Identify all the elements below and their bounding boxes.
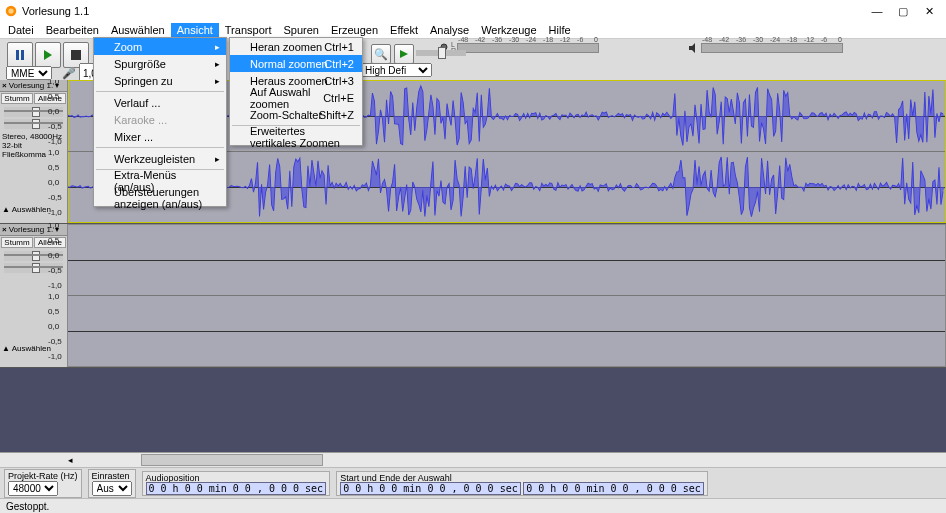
amplitude-tick: 0,5 bbox=[48, 307, 59, 316]
menu-bearbeiten[interactable]: Bearbeiten bbox=[40, 23, 105, 37]
close-button[interactable]: ✕ bbox=[916, 5, 942, 18]
track-2: ×Vorlesung 1.▾ StummAlleine ▲ Auswählen … bbox=[0, 224, 946, 368]
amplitude-tick: -1,0 bbox=[48, 352, 62, 361]
play-at-speed-button[interactable] bbox=[394, 44, 414, 64]
menu-item[interactable]: Auf Auswahl zoomenCtrl+E bbox=[230, 89, 362, 106]
amplitude-tick: -0,5 bbox=[48, 337, 62, 346]
amplitude-tick: -0,5 bbox=[48, 122, 62, 131]
snap-combo[interactable]: Aus bbox=[92, 481, 132, 496]
menu-item[interactable]: Heran zoomenCtrl+1 bbox=[230, 38, 362, 55]
host-combo[interactable]: MME bbox=[6, 66, 52, 80]
zoom-in-icon[interactable]: 🔍 bbox=[371, 44, 391, 64]
mute-button[interactable]: Stumm bbox=[1, 237, 33, 248]
menu-analyse[interactable]: Analyse bbox=[424, 23, 475, 37]
amplitude-tick: -1,0 bbox=[48, 137, 62, 146]
view-menu-dropdown: Zoom▸Spurgröße▸Springen zu▸Verlauf ...Ka… bbox=[93, 37, 227, 207]
menu-auswählen[interactable]: Auswählen bbox=[105, 23, 171, 37]
amplitude-tick: -0,5 bbox=[48, 266, 62, 275]
svg-marker-4 bbox=[44, 50, 52, 60]
speaker-icon bbox=[688, 42, 700, 54]
playback-speed-slider[interactable] bbox=[416, 50, 466, 56]
status-text: Gestoppt. bbox=[6, 501, 49, 512]
svg-rect-3 bbox=[21, 50, 24, 60]
svg-marker-9 bbox=[400, 50, 408, 58]
menu-item[interactable]: Mixer ... bbox=[94, 128, 226, 145]
audio-position-value[interactable]: 0 0 h 0 0 min 0 0 , 0 0 0 sec bbox=[146, 482, 327, 495]
menu-effekt[interactable]: Effekt bbox=[384, 23, 424, 37]
menu-item[interactable]: Zoom▸ bbox=[94, 38, 226, 55]
amplitude-tick: 0,0 bbox=[48, 322, 59, 331]
track-1-name: Vorlesung 1. bbox=[9, 81, 53, 90]
project-rate-combo[interactable]: 48000 bbox=[8, 481, 58, 496]
project-rate-label: Projekt-Rate (Hz) bbox=[8, 471, 78, 481]
track-close-icon[interactable]: × bbox=[2, 225, 7, 234]
amplitude-tick: 0,0 bbox=[48, 251, 59, 260]
amplitude-tick: -1,0 bbox=[48, 281, 62, 290]
menu-item[interactable]: Zoom-SchalterShift+Z bbox=[230, 106, 362, 123]
audio-position-label: Audioposition bbox=[146, 473, 327, 483]
selection-end[interactable]: 0 0 h 0 0 min 0 0 , 0 0 0 sec bbox=[523, 482, 704, 495]
snap-label: Einrasten bbox=[92, 471, 132, 481]
selection-toolbar: Projekt-Rate (Hz) 48000 Einrasten Aus Au… bbox=[0, 468, 946, 498]
maximize-button[interactable]: ▢ bbox=[890, 5, 916, 18]
amplitude-tick: -1,0 bbox=[48, 208, 62, 217]
track-2-name: Vorlesung 1. bbox=[9, 225, 53, 234]
amplitude-tick: -0,5 bbox=[48, 193, 62, 202]
titlebar: Vorlesung 1.1 — ▢ ✕ bbox=[0, 0, 946, 22]
amplitude-tick: 1,0 bbox=[48, 148, 59, 157]
menu-item[interactable]: Springen zu▸ bbox=[94, 72, 226, 89]
amplitude-tick: 1,0 bbox=[48, 292, 59, 301]
svg-rect-2 bbox=[16, 50, 19, 60]
svg-point-1 bbox=[8, 8, 13, 13]
playback-meter[interactable]: -48-42-36-30-24-18-12-60 bbox=[688, 42, 843, 54]
menu-item[interactable]: Spurgröße▸ bbox=[94, 55, 226, 72]
amplitude-tick: 1,0 bbox=[48, 80, 59, 86]
svg-marker-8 bbox=[689, 43, 695, 53]
window-title: Vorlesung 1.1 bbox=[22, 5, 864, 17]
menu-item[interactable]: Normal zoomenCtrl+2 bbox=[230, 55, 362, 72]
menu-datei[interactable]: Datei bbox=[2, 23, 40, 37]
menu-ansicht[interactable]: Ansicht bbox=[171, 23, 219, 37]
amplitude-tick: 0,5 bbox=[48, 92, 59, 101]
selection-label: Start und Ende der Auswahl bbox=[340, 473, 704, 483]
bottom-panel: ◂ Projekt-Rate (Hz) 48000 Einrasten Aus … bbox=[0, 452, 946, 513]
minimize-button[interactable]: — bbox=[864, 5, 890, 17]
amplitude-tick: 0,0 bbox=[48, 178, 59, 187]
amplitude-tick: 0,0 bbox=[48, 107, 59, 116]
menu-erzeugen[interactable]: Erzeugen bbox=[325, 23, 384, 37]
amplitude-tick: 1,0 bbox=[48, 221, 59, 230]
toolbar-area: LR -48-42-36-30-24-18-12-60 -48-42-36-30… bbox=[0, 39, 946, 82]
menu-item[interactable]: Werkzeugleisten▸ bbox=[94, 150, 226, 167]
mic-icon-2: 🎤 bbox=[62, 67, 76, 80]
menu-hilfe[interactable]: Hilfe bbox=[543, 23, 577, 37]
menu-item[interactable]: Verlauf ... bbox=[94, 94, 226, 111]
mute-button[interactable]: Stumm bbox=[1, 93, 33, 104]
amplitude-tick: 0,5 bbox=[48, 236, 59, 245]
quality-combo[interactable]: High Defi bbox=[360, 63, 432, 77]
horizontal-scrollbar[interactable]: ◂ bbox=[0, 453, 946, 468]
menu-transport[interactable]: Transport bbox=[219, 23, 278, 37]
selection-start[interactable]: 0 0 h 0 0 min 0 0 , 0 0 0 sec bbox=[340, 482, 521, 495]
menu-spuren[interactable]: Spuren bbox=[277, 23, 324, 37]
status-bar: Gestoppt. bbox=[0, 498, 946, 513]
zoom-submenu: Heran zoomenCtrl+1Normal zoomenCtrl+2Her… bbox=[229, 37, 363, 146]
svg-rect-5 bbox=[71, 50, 81, 60]
app-icon bbox=[4, 4, 18, 18]
track-close-icon[interactable]: × bbox=[2, 81, 7, 90]
menu-item[interactable]: Erweitertes vertikales Zoomen bbox=[230, 128, 362, 145]
menu-werkzeuge[interactable]: Werkzeuge bbox=[475, 23, 542, 37]
track-2-waveform[interactable]: 1,00,50,0-0,5-1,0 1,00,50,0-0,5-1,0 bbox=[68, 224, 946, 367]
menu-item: Karaoke ... bbox=[94, 111, 226, 128]
menu-item[interactable]: Übersteuerungen anzeigen (an/aus) bbox=[94, 189, 226, 206]
amplitude-tick: 0,5 bbox=[48, 163, 59, 172]
